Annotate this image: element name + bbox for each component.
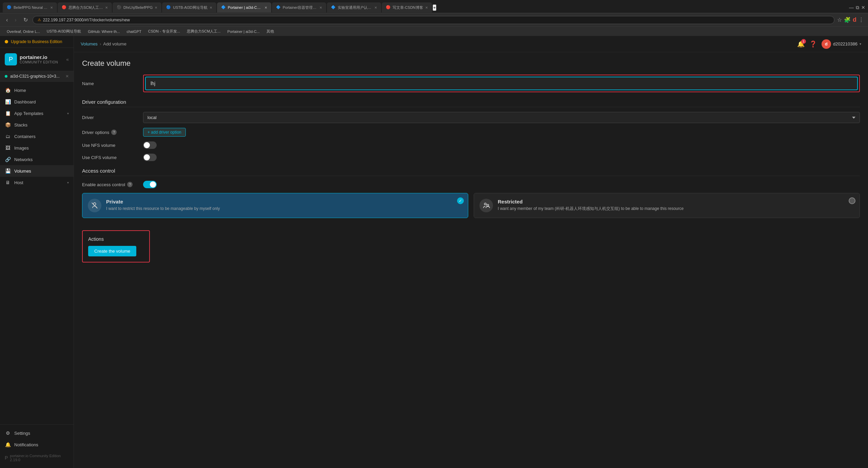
sidebar-item-dashboard[interactable]: 📊 Dashboard — [0, 96, 74, 108]
dashboard-icon: 📊 — [5, 99, 11, 104]
cifs-toggle-slider — [143, 154, 157, 161]
driver-config-section: Driver configuration Driver local Driver… — [82, 99, 860, 161]
sidebar-item-app-templates[interactable]: 📋 App Templates ▾ — [0, 108, 74, 119]
logo-text: portainer.io COMMUNITY EDITION — [20, 54, 58, 64]
create-volume-button[interactable]: Create the volume — [88, 246, 136, 256]
sidebar-item-images-label: Images — [14, 145, 29, 151]
sidebar-item-volumes[interactable]: 💾 Volumes — [0, 165, 74, 177]
nfs-toggle[interactable] — [143, 141, 157, 149]
portainer-logo-icon: P — [5, 53, 17, 65]
sidebar-item-stacks[interactable]: 📦 Stacks — [0, 119, 74, 131]
browser-chrome: 🔵 BeliefPPG Neural Architect... ✕ 🔴 思腾合力… — [0, 0, 868, 36]
name-input[interactable] — [145, 77, 858, 90]
bookmark-overleaf[interactable]: Overleaf, Online L... — [4, 29, 43, 34]
name-field-wrap — [143, 75, 860, 92]
close-window-button[interactable]: ✕ — [861, 5, 865, 10]
profile-icon[interactable]: d — [853, 16, 856, 23]
extensions-icon[interactable]: 🧩 — [844, 17, 851, 23]
bookmark-csdn[interactable]: CSDN - 专业开发... — [145, 28, 183, 35]
access-control-toggle-slider — [143, 181, 157, 188]
access-control-toggle[interactable] — [143, 181, 157, 188]
restricted-card-content: Restricted I want any member of my team … — [498, 199, 854, 212]
collapse-sidebar-button[interactable]: « — [66, 57, 69, 62]
sidebar-item-host[interactable]: 🖥 Host ▾ — [0, 177, 74, 188]
nfs-row: Use NFS volume — [82, 141, 860, 149]
header-left: Volumes › Add volume — [81, 41, 126, 46]
nfs-toggle-wrap — [143, 141, 157, 149]
forward-button[interactable]: › — [13, 16, 18, 24]
notifications-icon-header[interactable]: 🔔 1 — [797, 40, 805, 48]
tab-2[interactable]: 🔴 思腾合力SCM人工智能云平台 ✕ — [58, 2, 112, 13]
add-driver-option-button[interactable]: + add driver option — [143, 128, 186, 137]
bookmark-portainer[interactable]: Portainer | ai3d-C... — [225, 29, 262, 34]
sidebar-item-networks[interactable]: 🔗 Networks — [0, 154, 74, 165]
bookmarks-bar: Overleaf, Online L... USTB-AI3D网址导航 GitH… — [0, 26, 868, 36]
sidebar-item-stacks-label: Stacks — [14, 122, 27, 128]
access-control-section: Access control Enable access control ? — [82, 168, 860, 218]
tab-4[interactable]: 🔵 USTB-AI3D网址导航 ✕ — [162, 2, 216, 13]
tab-8[interactable]: 🔴 写文章-CSDN博客 ✕ — [382, 2, 432, 13]
bookmark-other[interactable]: 其他 — [264, 28, 277, 35]
private-card-check-icon: ✓ — [457, 197, 464, 204]
upgrade-banner[interactable]: Upgrade to Business Edition — [0, 36, 74, 48]
sidebar-item-notifications[interactable]: 🔔 Notifications — [0, 439, 74, 450]
driver-select[interactable]: local — [143, 112, 860, 123]
sidebar-item-home[interactable]: 🏠 Home — [0, 84, 74, 96]
close-tab-3[interactable]: ✕ — [155, 6, 157, 9]
sidebar-item-settings[interactable]: ⚙ Settings — [0, 427, 74, 439]
close-tab-2[interactable]: ✕ — [105, 6, 108, 9]
address-bar[interactable]: ⚠ 222.199.197.237:9000/#!/7/docker/volum… — [33, 16, 834, 24]
close-tab-1[interactable]: ✕ — [50, 6, 53, 9]
enable-access-control-row: Enable access control ? — [82, 181, 860, 188]
new-tab-button[interactable]: + — [433, 4, 437, 11]
home-icon: 🏠 — [5, 87, 11, 93]
bookmark-star-icon[interactable]: ☆ — [837, 17, 842, 23]
sidebar-item-volumes-label: Volumes — [14, 169, 31, 174]
tab-7[interactable]: 🔷 实验室通用用户认证系统LDA... ✕ — [327, 2, 381, 13]
tab-6[interactable]: 🔷 Portainer容器管理系统 - Sy... ✕ — [272, 2, 326, 13]
app-templates-arrow-icon: ▾ — [67, 112, 69, 115]
browser-menu-icon[interactable]: ⋮ — [859, 17, 864, 23]
close-tab-5[interactable]: ✕ — [264, 6, 267, 9]
breadcrumb-separator: › — [100, 41, 101, 46]
tab-3[interactable]: ⚫ DhrLhj/BeliefPPG ✕ — [113, 2, 161, 13]
host-icon: 🖥 — [5, 180, 11, 185]
access-control-help-icon[interactable]: ? — [127, 182, 133, 187]
breadcrumb: Volumes › Add volume — [81, 41, 126, 46]
sidebar-item-containers[interactable]: 🗂 Containers — [0, 131, 74, 142]
minimize-button[interactable]: — — [849, 5, 854, 10]
back-button[interactable]: ‹ — [4, 16, 10, 24]
upgrade-label: Upgrade to Business Edition — [11, 39, 62, 44]
page-content: Create volume Name Driver configuration … — [74, 52, 868, 468]
help-icon-header[interactable]: ❓ — [809, 40, 817, 48]
environment-item[interactable]: ai3d-C321-graphics-10×3... ✕ — [0, 71, 74, 82]
close-tab-6[interactable]: ✕ — [319, 6, 322, 9]
user-menu[interactable]: d d202210386 ▾ — [822, 39, 861, 49]
bookmark-github[interactable]: GitHub: Where th... — [85, 29, 122, 34]
bookmark-chatgpt[interactable]: chatGPT — [124, 29, 144, 34]
restricted-card[interactable]: Restricted I want any member of my team … — [474, 193, 860, 218]
username-label: d202210386 — [833, 41, 857, 46]
env-close-icon[interactable]: ✕ — [65, 74, 69, 79]
cifs-label: Use CIFS volume — [82, 155, 143, 160]
private-card-content: Private I want to restrict this resource… — [106, 199, 462, 212]
sidebar-item-host-label: Host — [14, 180, 23, 185]
close-tab-8[interactable]: ✕ — [425, 6, 428, 9]
tab-5[interactable]: 🔷 Portainer | ai3d-C321-grap... ✕ — [217, 2, 271, 13]
name-label: Name — [82, 81, 143, 86]
restore-button[interactable]: ⧉ — [856, 5, 859, 11]
bookmark-ustb[interactable]: USTB-AI3D网址导航 — [44, 28, 84, 35]
bookmark-sitengheli[interactable]: 思腾合力SCM人工... — [184, 28, 223, 35]
reload-button[interactable]: ↻ — [21, 16, 30, 24]
close-tab-7[interactable]: ✕ — [374, 6, 377, 9]
header-right: 🔔 1 ❓ d d202210386 ▾ — [797, 39, 861, 49]
cifs-toggle[interactable] — [143, 154, 157, 161]
close-tab-4[interactable]: ✕ — [210, 6, 212, 9]
sidebar-item-images[interactable]: 🖼 Images — [0, 142, 74, 154]
driver-options-help-icon[interactable]: ? — [111, 130, 117, 135]
driver-config-title: Driver configuration — [82, 99, 860, 107]
version-label: portainer.io Community Edition 2.19.0 — [10, 454, 69, 462]
tab-1[interactable]: 🔵 BeliefPPG Neural Architect... ✕ — [3, 2, 57, 13]
breadcrumb-volumes-link[interactable]: Volumes — [81, 41, 98, 46]
private-card[interactable]: Private I want to restrict this resource… — [82, 193, 468, 218]
